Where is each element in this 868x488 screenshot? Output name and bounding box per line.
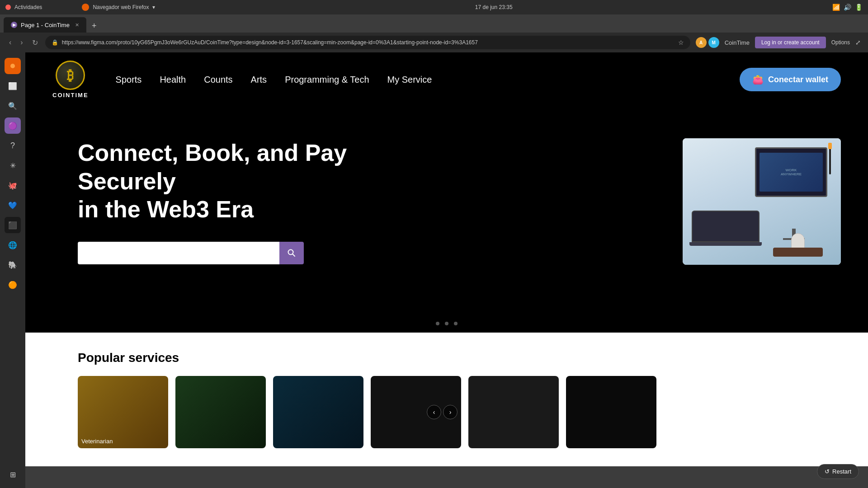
service-card-1[interactable]: Veterinarian <box>78 376 168 448</box>
hero-title-line1: Connect, Book, and Pay Securely <box>78 140 347 194</box>
connect-wallet-label: Conectar wallet <box>768 75 828 84</box>
service-card-4[interactable]: ‹ › <box>371 376 461 448</box>
hero-right: WORKANYWHERE <box>683 138 841 265</box>
firefox-dropdown[interactable]: ▾ <box>152 4 155 10</box>
search-icon <box>288 249 296 257</box>
nav-health[interactable]: Health <box>160 75 186 85</box>
next-arrow[interactable]: › <box>443 405 458 419</box>
tab-bar: ▶ Page 1 - CoinTime ✕ + <box>0 14 868 33</box>
sidebar-icon-ubuntu[interactable]: 🟠 <box>5 277 21 293</box>
wifi-icon: 📶 <box>832 4 840 11</box>
nav-counts[interactable]: Counts <box>204 75 232 85</box>
sidebar-icon-db[interactable]: 🐘 <box>5 257 21 273</box>
sidebar-icon-apps[interactable]: 🟣 <box>5 117 21 134</box>
hero-title: Connect, Book, and Pay Securely in the W… <box>78 139 349 223</box>
carousel-dots <box>25 314 868 333</box>
search-input[interactable] <box>78 242 279 264</box>
logo-symbol: ₿ <box>67 68 74 83</box>
tab-close-button[interactable]: ✕ <box>75 22 79 28</box>
sidebar-icon-vscode[interactable]: 💙 <box>5 197 21 213</box>
sidebar: ⬜ 🔍 🟣 ? ✳ 🐙 💙 ⬛ 🌐 🐘 🟠 ⊞ <box>0 52 25 488</box>
datetime: 17 de jun 23:35 <box>159 4 829 10</box>
service-card-6[interactable] <box>566 376 656 448</box>
sidebar-icon-panel[interactable]: ⬜ <box>5 78 21 94</box>
service-card-2[interactable] <box>175 376 266 448</box>
sidebar-icon-grid[interactable]: ⊞ <box>5 466 21 483</box>
service-label-1: Veterinarian <box>81 438 113 445</box>
toolbar-right: A M CoinTime Log in or create account Op… <box>696 37 861 48</box>
carousel-dot-2[interactable] <box>445 322 448 325</box>
tab-label: Page 1 - CoinTime <box>21 22 70 28</box>
carousel-dot-3[interactable] <box>454 322 458 325</box>
volume-icon: 🔊 <box>844 4 851 11</box>
sidebar-icon-github[interactable]: 🐙 <box>5 177 21 193</box>
svg-point-1 <box>10 64 15 68</box>
popular-services-title: Popular services <box>78 351 841 365</box>
firefox-logo-small <box>82 4 89 11</box>
user-avatar-a: A <box>696 37 707 48</box>
log-in-button[interactable]: Log in or create account <box>755 37 826 48</box>
bookmark-icon[interactable]: ☆ <box>678 39 684 46</box>
title-bar-text: Actividades <box>14 4 42 10</box>
hero-section: Connect, Book, and Pay Securely in the W… <box>25 107 868 314</box>
prev-arrow[interactable]: ‹ <box>427 405 441 419</box>
service-card-5[interactable] <box>468 376 559 448</box>
hero-search <box>78 242 304 264</box>
browser-window: Actividades Navegador web Firefox ▾ 17 d… <box>0 0 868 488</box>
address-bar[interactable]: 🔒 https://www.figma.com/proto/10yG65PgmJ… <box>45 36 690 49</box>
nav-myservice[interactable]: My Service <box>387 75 432 85</box>
sidebar-icon-firefox[interactable] <box>5 58 21 74</box>
service-card-3[interactable] <box>273 376 363 448</box>
nav-programming[interactable]: Programming & Tech <box>285 75 369 85</box>
active-tab[interactable]: ▶ Page 1 - CoinTime ✕ <box>4 17 86 33</box>
title-bar: Actividades Navegador web Firefox ▾ 17 d… <box>0 0 868 14</box>
hero-image: WORKANYWHERE <box>683 138 841 265</box>
battery-icon: 🔋 <box>855 4 863 11</box>
app-center-label: CoinTime <box>725 39 750 46</box>
new-tab-button[interactable]: + <box>88 19 100 33</box>
nav-links: Sports Health Counts Arts Programming & … <box>116 75 722 85</box>
connect-wallet-button[interactable]: 👛 Conectar wallet <box>740 68 841 91</box>
url-text: https://www.figma.com/proto/10yG65PgmJ3o… <box>62 39 478 46</box>
logo-circle: ₿ <box>56 61 85 90</box>
user-icons: A M <box>696 37 719 48</box>
address-bar-row: ‹ › ↻ 🔒 https://www.figma.com/proto/10yG… <box>0 33 868 52</box>
reload-button[interactable]: ↻ <box>30 37 40 49</box>
back-button[interactable]: ‹ <box>7 37 13 48</box>
svg-line-3 <box>292 254 295 256</box>
nav-sports[interactable]: Sports <box>116 75 142 85</box>
logo-text: COINTIME <box>52 92 89 99</box>
restart-button[interactable]: ↺ Restart <box>817 464 859 479</box>
services-row: Veterinarian ‹ › <box>78 376 841 448</box>
hero-left: Connect, Book, and Pay Securely in the W… <box>78 139 665 264</box>
tab-favicon: ▶ <box>11 22 17 28</box>
logo-area: ₿ COINTIME <box>52 61 89 99</box>
restart-icon: ↺ <box>825 468 830 475</box>
sidebar-icon-help[interactable]: ? <box>5 137 21 154</box>
main-content: ₿ COINTIME Sports Health Counts Arts Pro… <box>25 52 868 466</box>
white-section: Popular services Veterinarian <box>25 333 868 466</box>
options-button[interactable]: Options <box>831 39 850 46</box>
site-header: ₿ COINTIME Sports Health Counts Arts Pro… <box>25 52 868 107</box>
sidebar-icon-slack[interactable]: ✳ <box>5 157 21 174</box>
firefox-label: Navegador web Firefox <box>93 4 149 10</box>
services-wrapper: Veterinarian ‹ › <box>78 376 841 448</box>
forward-button[interactable]: › <box>19 37 24 48</box>
lock-icon: 🔒 <box>52 39 58 46</box>
hero-title-line2: in the Web3 Era <box>78 196 254 222</box>
search-button[interactable] <box>279 242 304 264</box>
user-avatar-m: M <box>708 37 719 48</box>
sidebar-icon-chrome[interactable]: 🌐 <box>5 237 21 253</box>
carousel-dot-1[interactable] <box>436 322 439 325</box>
expand-icon[interactable]: ⤢ <box>855 39 861 46</box>
nav-arts[interactable]: Arts <box>251 75 267 85</box>
wallet-icon: 👛 <box>752 74 764 85</box>
traffic-light <box>5 5 11 10</box>
sidebar-icon-terminal[interactable]: ⬛ <box>5 217 21 233</box>
sidebar-icon-search[interactable]: 🔍 <box>5 98 21 114</box>
restart-label: Restart <box>832 468 851 475</box>
